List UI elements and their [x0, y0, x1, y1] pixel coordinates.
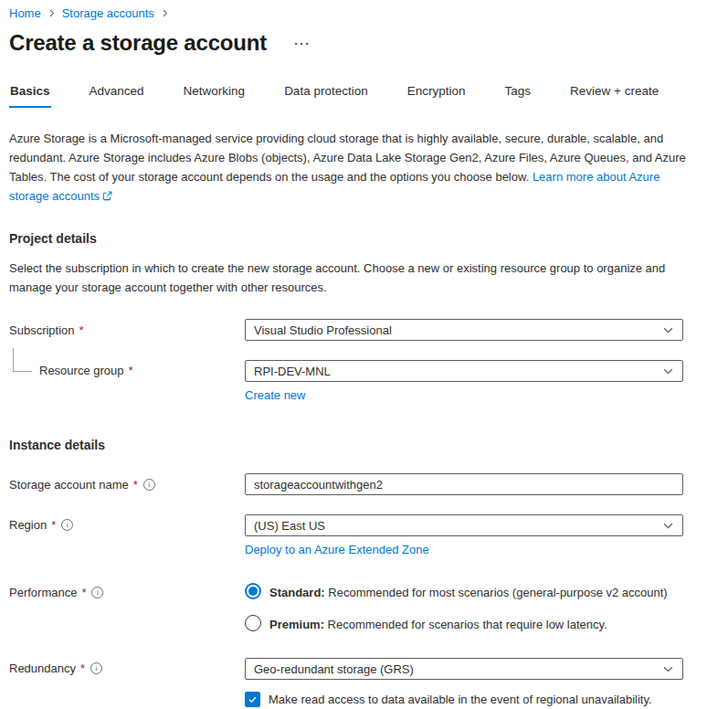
tab-advanced[interactable]: Advanced [89, 84, 145, 108]
storage-account-name-input[interactable] [245, 473, 683, 495]
subscription-value: Visual Studio Professional [254, 323, 392, 337]
chevron-right-icon [47, 9, 56, 17]
create-storage-account-page: Home Storage accounts Create a storage a… [0, 0, 728, 709]
resource-group-row: Resource group* RPI-DEV-MNL Create new [9, 360, 719, 403]
info-icon[interactable] [90, 662, 102, 674]
resource-group-connector [13, 348, 32, 372]
title-row: Create a storage account [9, 30, 719, 56]
redundancy-value: Geo-redundant storage (GRS) [254, 662, 414, 676]
redundancy-row: Redundancy* Geo-redundant storage (GRS) … [9, 658, 719, 707]
redundancy-dropdown[interactable]: Geo-redundant storage (GRS) [245, 658, 683, 680]
subscription-row: Subscription* Visual Studio Professional [9, 319, 719, 341]
info-icon[interactable] [61, 519, 73, 531]
redundancy-label: Redundancy* [9, 658, 245, 675]
project-details-heading: Project details [9, 231, 719, 246]
tab-tags[interactable]: Tags [503, 84, 532, 108]
label-text: Performance [9, 586, 77, 599]
deploy-extended-zone-link[interactable]: Deploy to an Azure Extended Zone [245, 543, 429, 556]
region-row: Region* (US) East US Deploy to an Azure … [9, 514, 719, 557]
instance-details-heading: Instance details [9, 438, 719, 452]
performance-radio-group: Standard: Recommended for most scenarios… [245, 582, 683, 633]
required-marker: * [81, 586, 86, 599]
performance-row: Performance* Standard: Recommended for m… [9, 582, 719, 633]
radio-unselected-icon [245, 615, 261, 631]
required-marker: * [79, 323, 84, 337]
read-access-checkbox-row[interactable]: Make read access to data available in th… [245, 692, 683, 707]
required-marker: * [51, 518, 56, 532]
tab-data-protection[interactable]: Data protection [283, 84, 369, 108]
label-text: Storage account name [9, 478, 129, 492]
breadcrumb: Home Storage accounts [9, 6, 719, 20]
breadcrumb-storage-accounts-link[interactable]: Storage accounts [62, 6, 154, 20]
label-text: Redundancy [9, 661, 76, 675]
chevron-down-icon [662, 663, 674, 675]
breadcrumb-home-link[interactable]: Home [9, 6, 41, 20]
info-icon[interactable] [143, 479, 155, 491]
page-title: Create a storage account [9, 30, 267, 56]
project-details-description: Select the subscription in which to crea… [9, 259, 691, 297]
tab-review-create[interactable]: Review + create [569, 84, 659, 108]
tab-encryption[interactable]: Encryption [406, 84, 467, 108]
radio-selected-icon [245, 583, 261, 599]
required-marker: * [80, 661, 85, 675]
region-label: Region* [9, 514, 245, 532]
info-icon[interactable] [91, 587, 103, 598]
storage-account-name-row: Storage account name* [9, 473, 719, 495]
region-value: (US) East US [254, 519, 325, 533]
radio-premium-text: Recommended for scenarios that require l… [324, 618, 607, 631]
subscription-label: Subscription* [9, 323, 245, 337]
subscription-dropdown[interactable]: Visual Studio Professional [245, 319, 683, 341]
external-link-icon [102, 187, 112, 206]
resource-group-value: RPI-DEV-MNL [254, 365, 331, 378]
tab-basics[interactable]: Basics [9, 84, 51, 108]
required-marker: * [129, 364, 133, 377]
resource-group-label: Resource group* [9, 360, 245, 377]
label-text: Resource group [39, 364, 124, 377]
radio-standard[interactable]: Standard: Recommended for most scenarios… [245, 583, 683, 601]
region-dropdown[interactable]: (US) East US [245, 514, 683, 536]
tab-networking[interactable]: Networking [183, 84, 247, 108]
read-access-checkbox-label: Make read access to data available in th… [269, 693, 652, 706]
radio-premium-prefix: Premium: [269, 618, 324, 631]
wizard-tabs: Basics Advanced Networking Data protecti… [9, 84, 719, 108]
required-marker: * [133, 478, 138, 492]
chevron-down-icon [662, 324, 674, 336]
checkbox-checked-icon [245, 692, 260, 707]
performance-label: Performance* [9, 582, 245, 599]
chevron-right-icon [161, 9, 169, 17]
radio-premium[interactable]: Premium: Recommended for scenarios that … [245, 615, 683, 633]
chevron-down-icon [662, 365, 674, 377]
chevron-down-icon [662, 520, 674, 532]
more-options-icon[interactable] [290, 35, 314, 52]
label-text: Subscription [9, 323, 75, 337]
label-text: Region [9, 518, 47, 532]
radio-standard-text: Recommended for most scenarios (general-… [325, 586, 668, 599]
storage-account-name-label: Storage account name* [9, 478, 245, 492]
intro-text: Azure Storage is a Microsoft-managed ser… [9, 129, 691, 206]
create-new-link[interactable]: Create new [245, 388, 305, 402]
radio-standard-prefix: Standard: [269, 586, 325, 599]
resource-group-dropdown[interactable]: RPI-DEV-MNL [245, 360, 683, 382]
